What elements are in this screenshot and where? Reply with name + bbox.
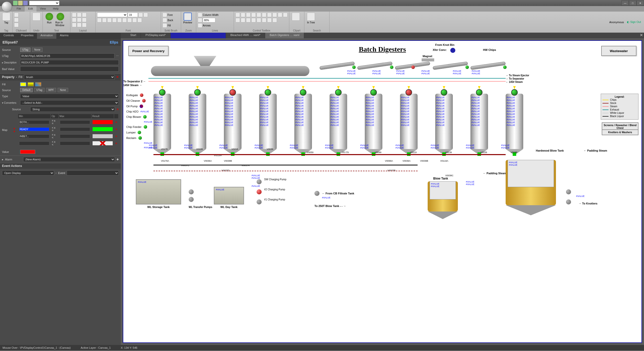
ctb-15[interactable] <box>257 18 261 22</box>
ctb-9[interactable] <box>278 13 282 17</box>
font-size-input[interactable] <box>128 13 138 17</box>
ctb-18[interactable] <box>272 18 277 22</box>
fill-swatch-1[interactable] <box>20 82 26 86</box>
align-center-icon[interactable] <box>117 18 122 22</box>
description-input[interactable] <box>20 60 119 65</box>
valign-mid-icon[interactable] <box>132 18 137 22</box>
map-result-2[interactable] <box>93 134 113 138</box>
map-max-3[interactable] <box>60 142 90 145</box>
ctb-13[interactable] <box>246 18 251 22</box>
ctb-1[interactable] <box>235 13 240 17</box>
valign-top-icon[interactable] <box>127 18 132 22</box>
ribbon-preview-button[interactable]: Preview <box>183 13 193 24</box>
badvalue-input[interactable] <box>20 66 119 72</box>
src-wpf-button[interactable]: WPF <box>46 88 56 92</box>
ctb-2[interactable] <box>241 13 245 17</box>
doctab-start[interactable]: Start <box>126 33 141 38</box>
layout-btn-8[interactable] <box>77 23 82 27</box>
fill-color-icon[interactable] <box>163 23 167 28</box>
ribbon-intree-button[interactable]: In Tree <box>306 13 316 24</box>
map-max-1[interactable] <box>60 127 90 131</box>
colwidth-icon[interactable] <box>198 13 202 17</box>
src-default-button[interactable]: Default <box>20 88 33 92</box>
ctb-7[interactable] <box>267 13 272 17</box>
ctb-16[interactable] <box>262 18 266 22</box>
minimize-button[interactable]: — <box>621 1 629 6</box>
source-utag-button[interactable]: UTag <box>20 48 30 52</box>
map-result-0[interactable] <box>93 120 113 124</box>
layout-btn-3[interactable] <box>82 13 87 17</box>
ctb-6[interactable] <box>262 13 266 17</box>
doctab-batch[interactable]: Batch Digesters … xaml <box>265 33 304 38</box>
menu-edit[interactable]: Edit <box>25 6 36 12</box>
ctb-10[interactable] <box>283 13 288 17</box>
map-up-icon[interactable]: ▲ <box>13 127 16 130</box>
src-none-button[interactable]: None <box>58 88 68 92</box>
utag-input[interactable] <box>20 53 114 58</box>
layout-btn-1[interactable] <box>72 13 76 17</box>
ctb-14[interactable] <box>251 18 256 22</box>
ribbon-clipart-button[interactable] <box>291 13 301 21</box>
layout-btn-5[interactable] <box>77 18 82 22</box>
alarm-expand-icon[interactable]: ▸ <box>2 158 4 161</box>
ribbon-cut-icon[interactable] <box>14 13 19 17</box>
ctb-12[interactable] <box>241 18 245 22</box>
wastewater-button[interactable]: Wastewater <box>601 46 636 56</box>
ribbon-tag-button[interactable]: Tag <box>2 13 11 24</box>
menu-help[interactable]: Help <box>49 6 62 12</box>
utag-browse-icon[interactable]: ⋯ <box>116 54 119 58</box>
map-del-0[interactable]: ✕ <box>114 119 118 125</box>
value-swatch[interactable] <box>20 150 35 154</box>
lp-tab-animation[interactable]: Animation <box>37 33 56 39</box>
qat-open-icon[interactable] <box>18 1 23 5</box>
qat-save-icon[interactable] <box>13 1 18 5</box>
layout-btn-4[interactable] <box>72 18 76 22</box>
doctab-pvdisplay[interactable]: PVDisplay.xaml* <box>141 33 171 38</box>
arrows-icon[interactable] <box>198 23 202 28</box>
map-max-0[interactable] <box>60 120 90 124</box>
nav-knotters-button[interactable]: Knotters & Washers <box>602 129 638 135</box>
map-min-3[interactable] <box>19 142 49 145</box>
lp-tab-controls[interactable]: Controls <box>0 33 17 39</box>
ctb-5[interactable] <box>257 13 261 17</box>
event-action-select[interactable]: Open Display <box>2 170 54 175</box>
layout-btn-9[interactable] <box>82 23 87 27</box>
ctb-3[interactable] <box>246 13 251 17</box>
map-min-1[interactable] <box>19 127 49 131</box>
qat-combo[interactable] <box>29 1 59 5</box>
font-inc-icon[interactable] <box>138 13 143 17</box>
ribbon-undo-button[interactable] <box>32 13 41 21</box>
layout-btn-6[interactable] <box>82 18 87 22</box>
doctab-close-icon[interactable]: ✕ <box>638 33 644 38</box>
map-min-0[interactable] <box>19 120 49 124</box>
align-left-icon[interactable] <box>112 18 117 22</box>
ribbon-copy-icon[interactable] <box>14 18 19 22</box>
lp-tab-alarms[interactable]: Alarms <box>56 33 72 39</box>
hmi-canvas[interactable]: Batch Digesters Power and Recovery Waste… <box>123 40 642 343</box>
qat-undo-icon[interactable] <box>23 1 28 5</box>
italic-icon[interactable] <box>102 18 107 22</box>
menu-file[interactable]: File <box>13 6 25 12</box>
property-remove-icon[interactable]: ✕ <box>116 75 119 79</box>
maximize-button[interactable]: □ <box>629 1 636 6</box>
map-remove-icon[interactable]: ✕ <box>116 108 119 111</box>
width-pct-icon[interactable] <box>198 18 202 22</box>
property-mode-select[interactable]: brush <box>24 75 115 80</box>
bold-icon[interactable] <box>97 18 102 22</box>
type-select[interactable]: Value <box>20 94 119 99</box>
fill-swatch-2[interactable] <box>28 82 34 86</box>
doctab-bleached[interactable]: Bleached HWK … xaml* <box>226 33 265 38</box>
src-utag-button[interactable]: UTag <box>34 88 45 92</box>
align-right-icon[interactable] <box>122 18 127 22</box>
converters-select[interactable]: --Select to Add-- <box>20 100 119 105</box>
font-family-combo[interactable] <box>97 13 127 17</box>
signout-link[interactable]: ◐ Sign Out <box>627 20 641 24</box>
ctb-17[interactable] <box>267 18 272 22</box>
event-select[interactable] <box>67 170 119 175</box>
source-none-button[interactable]: None <box>32 48 43 52</box>
map-down-icon[interactable]: ▼ <box>13 130 16 133</box>
map-del-2[interactable]: ✕ <box>114 133 118 139</box>
layout-btn-7[interactable] <box>72 23 76 27</box>
close-button[interactable]: ✕ <box>636 1 644 6</box>
valign-bot-icon[interactable] <box>137 18 142 22</box>
